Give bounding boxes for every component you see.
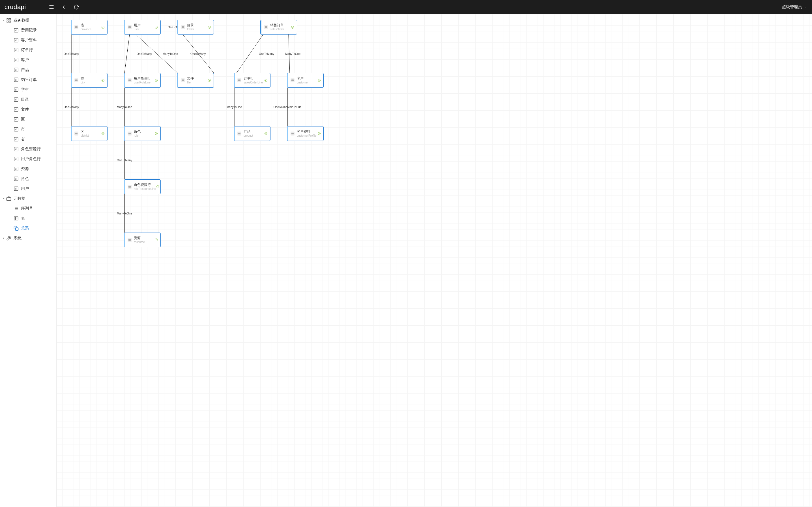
node-handle <box>260 20 262 34</box>
check-icon <box>208 25 211 29</box>
svg-rect-3 <box>7 18 8 20</box>
node-text: 产品product <box>244 129 264 137</box>
node-customerProfile[interactable]: 客户资料customerProfile <box>287 126 324 141</box>
back-icon[interactable] <box>61 4 67 10</box>
sidebar-item-file[interactable]: 文件 <box>0 104 56 114</box>
sidebar-item-label: 序列号 <box>21 206 33 211</box>
sidebar-item-province[interactable]: 省 <box>0 134 56 144</box>
node-subtitle: district <box>81 134 101 137</box>
svg-rect-112 <box>128 186 131 187</box>
sidebar-item-label: 省 <box>21 137 25 142</box>
svg-rect-114 <box>128 239 131 241</box>
briefcase-icon <box>6 196 11 201</box>
chart-icon <box>14 166 19 171</box>
node-handle <box>287 126 288 140</box>
node-city[interactable]: 市city <box>71 73 108 88</box>
check-icon <box>101 25 105 29</box>
node-file[interactable]: 文件file <box>177 73 214 88</box>
node-handle <box>124 73 125 88</box>
node-text: 文件file <box>187 76 208 84</box>
node-text: 销售订单salesOrder <box>270 23 291 31</box>
sidebar-item-label: 用户 <box>21 186 29 191</box>
copy-icon <box>14 226 19 231</box>
sidebar-item-customer[interactable]: 客户 <box>0 55 56 65</box>
svg-point-115 <box>155 239 158 241</box>
node-product[interactable]: 产品product <box>234 126 271 141</box>
node-title: 订单行 <box>244 76 264 80</box>
node-role[interactable]: 角色role <box>124 126 161 141</box>
sidebar-item-user[interactable]: 用户 <box>0 184 56 193</box>
svg-point-97 <box>155 79 158 82</box>
app-header: crudapi 超级管理员 <box>0 0 812 14</box>
svg-point-99 <box>208 79 211 82</box>
sidebar-item-role[interactable]: 角色 <box>0 174 56 184</box>
edge-label: ManyToOne <box>227 106 242 109</box>
sidebar-item-resource[interactable]: 资源 <box>0 164 56 174</box>
node-text: 市city <box>81 76 101 84</box>
node-customer[interactable]: 客户customer <box>287 73 324 88</box>
sidebar-item-sales-order[interactable]: 销售订单 <box>0 75 56 84</box>
sidebar-section-business-data[interactable]: 业务数据 <box>0 15 56 25</box>
refresh-icon[interactable] <box>73 4 79 10</box>
node-subtitle: salesOrderLine <box>244 81 264 84</box>
node-subtitle: province <box>81 28 101 31</box>
node-handle <box>177 20 178 34</box>
diagram-canvas[interactable]: OneToManyOneToManyManyToOneOneToManyOneT… <box>57 14 812 507</box>
node-salesOrderLine[interactable]: 订单行salesOrderLine <box>234 73 271 88</box>
node-type-icon <box>237 78 241 82</box>
sidebar-section-metadata[interactable]: 元数据 <box>0 193 56 204</box>
check-icon <box>154 25 158 29</box>
node-handle <box>71 20 72 34</box>
sidebar-item-relation[interactable]: 关系 <box>0 223 56 233</box>
sidebar-item-folder[interactable]: 目录 <box>0 95 56 104</box>
node-title: 资源 <box>134 236 154 240</box>
chart-icon <box>14 77 19 82</box>
edge-label: ManyToOne <box>117 212 132 215</box>
user-menu[interactable]: 超级管理员 <box>782 5 807 10</box>
node-subtitle: file <box>187 81 208 84</box>
sidebar-item-customer-profile[interactable]: 客户资料 <box>0 35 56 45</box>
chart-icon <box>14 157 19 162</box>
node-title: 销售订单 <box>270 23 291 27</box>
sidebar-item-district[interactable]: 区 <box>0 114 56 124</box>
node-province[interactable]: 省province <box>71 20 108 35</box>
sidebar-item-user-role-line[interactable]: 用户角色行 <box>0 154 56 164</box>
svg-rect-98 <box>182 79 184 81</box>
sidebar-item-sequence[interactable]: 序列号 <box>0 204 56 213</box>
node-type-icon <box>128 185 131 189</box>
sidebar-section-system[interactable]: 系统 <box>0 233 56 243</box>
sidebar-item-role-resource-line[interactable]: 角色资源行 <box>0 144 56 154</box>
chart-icon <box>14 67 19 72</box>
node-handle <box>124 180 125 194</box>
node-text: 客户customer <box>297 76 317 84</box>
svg-rect-82 <box>14 217 18 220</box>
sidebar-item-table[interactable]: 表 <box>0 213 56 223</box>
node-roleResourceLine[interactable]: 角色资源行roleResourceLine <box>124 179 161 194</box>
node-title: 客户 <box>297 76 317 80</box>
chevron-down-icon <box>2 196 6 201</box>
sidebar-item-label: 角色资源行 <box>21 147 41 152</box>
node-folder[interactable]: 目录folder <box>177 20 214 35</box>
sidebar-item-expense[interactable]: 费用记录 <box>0 25 56 35</box>
svg-rect-85 <box>15 227 18 230</box>
chart-icon <box>14 127 19 132</box>
sidebar-item-product[interactable]: 产品 <box>0 65 56 75</box>
node-type-icon <box>237 131 241 135</box>
menu-icon[interactable] <box>49 4 54 10</box>
sidebar-item-city[interactable]: 市 <box>0 124 56 134</box>
sidebar-item-order-line[interactable]: 订单行 <box>0 45 56 55</box>
node-salesOrder[interactable]: 销售订单salesOrder <box>260 20 297 35</box>
node-resource[interactable]: 资源resource <box>124 233 161 247</box>
node-district[interactable]: 区district <box>71 126 108 141</box>
node-handle <box>71 73 72 88</box>
node-user[interactable]: 用户user <box>124 20 161 35</box>
sidebar-item-student[interactable]: 学生 <box>0 84 56 95</box>
svg-rect-94 <box>75 79 77 81</box>
node-title: 角色资源行 <box>134 183 156 187</box>
check-icon <box>101 78 105 82</box>
node-title: 用户 <box>134 23 154 27</box>
chevron-down-icon <box>2 18 6 22</box>
node-subtitle: customer <box>297 81 317 84</box>
sidebar-item-label: 角色 <box>21 176 29 181</box>
node-userRoleLine[interactable]: 用户角色行userRoleLine <box>124 73 161 88</box>
